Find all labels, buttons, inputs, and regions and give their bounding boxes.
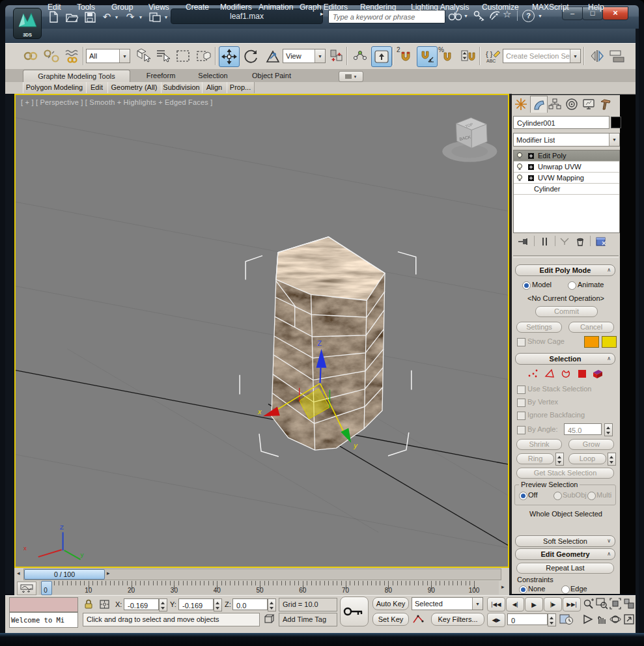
perspective-viewport[interactable]: [ + ] [ Perspective ] [ Smooth + Highlig… <box>14 94 509 568</box>
zoom-region-icon[interactable] <box>581 612 595 626</box>
show-cage-checkbox[interactable] <box>517 338 525 346</box>
viewport-label[interactable]: [ + ] [ Perspective ] [ Smooth + Highlig… <box>21 98 213 106</box>
visibility-bulb-icon[interactable] <box>516 174 524 182</box>
y-spinner[interactable] <box>214 598 222 611</box>
by-angle-field[interactable] <box>564 423 602 435</box>
menu-create[interactable]: Create <box>182 0 212 14</box>
viewcube[interactable]: TOP BACK <box>443 118 497 162</box>
keyboard-override-toggle-icon[interactable] <box>371 46 392 67</box>
stack-item-edit-poly[interactable]: Edit Poly <box>514 150 619 162</box>
key-filter-scope-dropdown[interactable]: Selected ▼ <box>412 597 483 610</box>
auto-key-button[interactable]: Auto Key <box>372 597 409 610</box>
subtab-subdivision[interactable]: Subdivision <box>161 82 203 93</box>
default-tangent-icon[interactable] <box>412 613 427 626</box>
rollout-soft-selection[interactable]: Soft Selection ∨ <box>515 535 615 547</box>
visibility-bulb-icon[interactable] <box>516 152 524 160</box>
vertex-subobject-icon[interactable] <box>527 369 539 378</box>
modify-tab-icon[interactable] <box>530 96 548 113</box>
viewport-canvas[interactable]: x y Z TOP BACK Z x y <box>16 95 508 567</box>
cancel-button[interactable]: Cancel <box>568 322 614 333</box>
object-color-swatch[interactable] <box>611 117 621 128</box>
next-frame-button[interactable]: |▶ <box>544 597 562 611</box>
set-keys-button[interactable] <box>340 597 369 626</box>
border-subobject-icon[interactable] <box>561 369 572 378</box>
rollout-selection[interactable]: Selection ∧ <box>515 353 615 365</box>
object-name-field[interactable] <box>513 116 609 129</box>
bind-to-space-warp-icon[interactable] <box>63 46 82 66</box>
go-to-start-button[interactable]: |◀◀ <box>487 597 505 611</box>
animate-mode-radio[interactable] <box>568 281 576 290</box>
modifier-stack[interactable]: Edit Poly Unwrap UVW UVW Mapping Cylinde… <box>513 150 620 233</box>
by-vertex-label[interactable]: By Vertex <box>527 398 558 406</box>
rectangular-selection-region-icon[interactable] <box>173 46 193 66</box>
stack-item-uvw-mapping[interactable]: UVW Mapping <box>514 173 619 184</box>
zoom-all-icon[interactable] <box>595 597 608 610</box>
snaps-toggle-icon[interactable]: 2 <box>396 46 415 66</box>
subtab-properties[interactable]: Prop... <box>227 82 255 93</box>
menu-lighting-analysis[interactable]: Lighting Analysis <box>408 0 472 14</box>
unlink-selection-icon[interactable] <box>42 46 61 66</box>
model-mode-radio[interactable] <box>522 281 531 290</box>
constraint-edge-label[interactable]: Edge <box>570 585 587 593</box>
rollout-edit-poly-mode[interactable]: Edit Poly Mode ∧ <box>515 264 615 276</box>
select-and-move-icon[interactable] <box>219 46 240 67</box>
use-stack-selection-checkbox[interactable] <box>517 386 525 394</box>
ring-button[interactable]: Ring <box>516 453 554 464</box>
go-to-end-button[interactable]: ▶▶| <box>563 597 581 611</box>
object-name-input[interactable] <box>516 119 609 128</box>
select-and-scale-icon[interactable] <box>263 46 283 66</box>
pin-stack-icon[interactable] <box>517 236 529 247</box>
animate-mode-label[interactable]: Animate <box>578 281 604 288</box>
stack-item-cylinder[interactable]: Cylinder <box>514 184 619 195</box>
z-spinner[interactable] <box>268 598 276 611</box>
expand-icon[interactable] <box>528 164 534 170</box>
tab-freeform[interactable]: Freeform <box>138 70 184 82</box>
menu-rendering[interactable]: Rendering <box>357 0 399 14</box>
angle-snap-toggle-icon[interactable] <box>417 46 438 67</box>
motion-tab-icon[interactable] <box>564 96 580 111</box>
cage-selected-color-swatch[interactable] <box>602 336 617 348</box>
by-angle-input[interactable] <box>567 426 602 436</box>
maxscript-mini-listener-pink[interactable] <box>9 597 78 612</box>
frame-spinner[interactable] <box>548 613 556 626</box>
z-coordinate-input[interactable] <box>235 601 268 611</box>
get-stack-selection-button[interactable]: Get Stack Selection <box>516 468 614 479</box>
rollout-edit-geometry[interactable]: Edit Geometry ∧ <box>515 548 615 560</box>
menu-group[interactable]: Group <box>108 0 136 14</box>
polygon-subobject-icon[interactable] <box>577 369 587 378</box>
configure-modifier-sets-icon[interactable] <box>595 236 607 247</box>
cage-color-swatch[interactable] <box>584 336 599 348</box>
spinner-snap-toggle-icon[interactable] <box>458 46 478 66</box>
subtab-align[interactable]: Align <box>202 82 227 93</box>
tab-selection[interactable]: Selection <box>191 70 234 82</box>
maxscript-mini-listener[interactable]: Welcome to Mi <box>9 612 78 628</box>
preview-off-label[interactable]: Off <box>528 491 537 499</box>
application-menu-button[interactable]: 3DS <box>13 8 42 39</box>
named-selection-sets-dropdown[interactable]: Create Selection Se ▼ <box>503 49 581 63</box>
zoom-icon[interactable] <box>581 597 595 610</box>
orbit-icon[interactable] <box>609 612 622 626</box>
binoculars-dropdown-icon[interactable]: ▼ <box>464 14 468 18</box>
x-coordinate-field[interactable] <box>124 598 159 610</box>
stack-item-unwrap-uvw[interactable]: Unwrap UVW <box>514 162 619 173</box>
menu-edit[interactable]: Edit <box>44 0 64 14</box>
y-coordinate-field[interactable] <box>178 598 214 610</box>
gizmo-z-axis[interactable] <box>320 368 321 384</box>
commit-button[interactable]: Commit <box>535 306 598 317</box>
maximize-viewport-icon[interactable] <box>623 612 636 626</box>
current-frame-field[interactable] <box>507 613 548 625</box>
by-vertex-checkbox[interactable] <box>517 399 525 407</box>
settings-button[interactable]: Settings <box>516 322 562 333</box>
tab-object-paint[interactable]: Object Paint <box>242 70 301 82</box>
show-end-result-icon[interactable] <box>539 236 551 247</box>
repeat-last-button[interactable]: Repeat Last <box>516 563 614 574</box>
expand-icon[interactable] <box>528 175 534 181</box>
ring-spinner[interactable] <box>555 453 564 466</box>
timeslider-left-arrow[interactable]: ◂ <box>17 570 20 576</box>
timeslider-right-arrow[interactable]: ▸ <box>107 570 110 576</box>
x-coordinate-input[interactable] <box>126 601 159 611</box>
trackbar-scroll-right-icon[interactable]: ▸ <box>501 583 505 590</box>
y-coordinate-input[interactable] <box>181 601 214 611</box>
open-mini-curve-editor-icon[interactable] <box>17 582 36 595</box>
zoom-extents-all-icon[interactable] <box>623 597 636 610</box>
